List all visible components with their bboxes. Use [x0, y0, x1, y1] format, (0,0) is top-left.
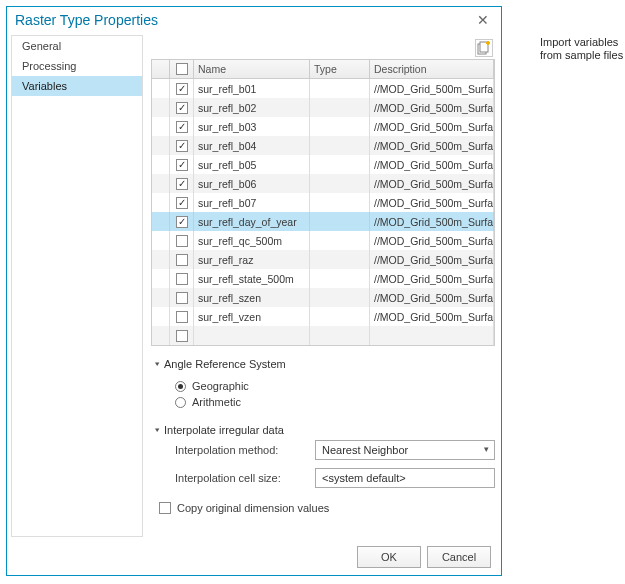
radio-arithmetic[interactable]: Arithmetic	[175, 396, 495, 408]
section-interpolate[interactable]: Interpolate irregular data	[151, 424, 495, 436]
row-desc: //MOD_Grid_500m_Surface_Ref...	[370, 231, 494, 250]
row-checkbox[interactable]	[176, 159, 188, 171]
row-name: sur_refl_b06	[194, 174, 310, 193]
table-row[interactable]: sur_refl_qc_500m//MOD_Grid_500m_Surface_…	[152, 231, 494, 250]
row-desc: //MOD_Grid_500m_Surface_Ref...	[370, 117, 494, 136]
ok-button[interactable]: OK	[357, 546, 421, 568]
row-checkbox[interactable]	[176, 273, 188, 285]
row-checkbox[interactable]	[176, 102, 188, 114]
interp-method-label: Interpolation method:	[175, 444, 315, 456]
grid-header: Name Type Description	[152, 60, 494, 79]
table-row[interactable]: sur_refl_szen//MOD_Grid_500m_Surface_Ref…	[152, 288, 494, 307]
row-name: sur_refl_b04	[194, 136, 310, 155]
table-row[interactable]: sur_refl_state_500m//MOD_Grid_500m_Surfa…	[152, 269, 494, 288]
sidebar-item-general[interactable]: General	[12, 36, 142, 56]
cancel-button[interactable]: Cancel	[427, 546, 491, 568]
row-name: sur_refl_szen	[194, 288, 310, 307]
row-name: sur_refl_b07	[194, 193, 310, 212]
table-row[interactable]: sur_refl_b06//MOD_Grid_500m_Surface_Ref.…	[152, 174, 494, 193]
header-type[interactable]: Type	[310, 60, 370, 78]
row-type	[310, 307, 370, 326]
row-checkbox[interactable]	[176, 83, 188, 95]
table-row[interactable]: sur_refl_b01//MOD_Grid_500m_Surface_Ref.…	[152, 79, 494, 98]
row-name: sur_refl_b02	[194, 98, 310, 117]
row-checkbox[interactable]	[176, 216, 188, 228]
category-sidebar: GeneralProcessingVariables	[11, 35, 143, 537]
row-desc: //MOD_Grid_500m_Surface_Ref...	[370, 288, 494, 307]
interp-method-combo[interactable]: Nearest Neighbor	[315, 440, 495, 460]
radio-geographic[interactable]: Geographic	[175, 380, 495, 392]
row-name: sur_refl_raz	[194, 250, 310, 269]
row-checkbox[interactable]	[176, 197, 188, 209]
row-checkbox[interactable]	[176, 292, 188, 304]
table-row[interactable]: sur_refl_b03//MOD_Grid_500m_Surface_Ref.…	[152, 117, 494, 136]
dialog-footer: OK Cancel	[7, 539, 501, 575]
row-checkbox[interactable]	[176, 121, 188, 133]
sidebar-item-variables[interactable]: Variables	[12, 76, 142, 96]
row-desc: //MOD_Grid_500m_Surface_Ref...	[370, 136, 494, 155]
row-checkbox[interactable]	[176, 254, 188, 266]
table-row[interactable]: sur_refl_b04//MOD_Grid_500m_Surface_Ref.…	[152, 136, 494, 155]
row-checkbox[interactable]	[176, 311, 188, 323]
titlebar: Raster Type Properties ✕	[7, 7, 501, 33]
row-type	[310, 212, 370, 231]
row-desc: //MOD_Grid_500m_Surface_Ref...	[370, 79, 494, 98]
row-type	[310, 174, 370, 193]
row-type	[310, 79, 370, 98]
section-angle-reference[interactable]: Angle Reference System	[151, 358, 495, 370]
header-desc[interactable]: Description	[370, 60, 494, 78]
variables-grid: Name Type Description sur_refl_b01//MOD_…	[151, 59, 495, 346]
row-desc: //MOD_Grid_500m_Surface_Ref...	[370, 155, 494, 174]
row-type	[310, 250, 370, 269]
row-name: sur_refl_b01	[194, 79, 310, 98]
row-desc: //MOD_Grid_500m_Surface_Ref...	[370, 269, 494, 288]
row-checkbox[interactable]	[176, 330, 188, 342]
row-desc	[370, 326, 494, 345]
row-type	[310, 326, 370, 345]
row-type	[310, 231, 370, 250]
table-row[interactable]	[152, 326, 494, 345]
table-row[interactable]: sur_refl_day_of_year//MOD_Grid_500m_Surf…	[152, 212, 494, 231]
sidebar-item-processing[interactable]: Processing	[12, 56, 142, 76]
header-name[interactable]: Name	[194, 60, 310, 78]
row-desc: //MOD_Grid_500m_Surface_Ref...	[370, 193, 494, 212]
row-type	[310, 155, 370, 174]
copy-dimension-label: Copy original dimension values	[177, 502, 329, 514]
header-checkbox-cell[interactable]	[170, 60, 194, 78]
row-desc: //MOD_Grid_500m_Surface_Ref...	[370, 174, 494, 193]
row-desc: //MOD_Grid_500m_Surface_Ref...	[370, 307, 494, 326]
row-type	[310, 98, 370, 117]
row-name: sur_refl_qc_500m	[194, 231, 310, 250]
copy-dimension-checkbox[interactable]	[159, 502, 171, 514]
row-name	[194, 326, 310, 345]
close-icon[interactable]: ✕	[473, 12, 493, 28]
row-desc: //MOD_Grid_500m_Surface_Ref...	[370, 250, 494, 269]
import-variables-button[interactable]	[475, 39, 493, 57]
row-checkbox[interactable]	[176, 140, 188, 152]
row-type	[310, 288, 370, 307]
table-row[interactable]: sur_refl_b05//MOD_Grid_500m_Surface_Ref.…	[152, 155, 494, 174]
row-checkbox[interactable]	[176, 178, 188, 190]
row-name: sur_refl_day_of_year	[194, 212, 310, 231]
table-row[interactable]: sur_refl_b02//MOD_Grid_500m_Surface_Ref.…	[152, 98, 494, 117]
row-type	[310, 193, 370, 212]
row-checkbox[interactable]	[176, 235, 188, 247]
raster-type-properties-dialog: Raster Type Properties ✕ GeneralProcessi…	[6, 6, 502, 576]
row-type	[310, 136, 370, 155]
row-name: sur_refl_state_500m	[194, 269, 310, 288]
dialog-title: Raster Type Properties	[15, 12, 158, 28]
row-name: sur_refl_vzen	[194, 307, 310, 326]
interp-cell-label: Interpolation cell size:	[175, 472, 315, 484]
table-row[interactable]: sur_refl_b07//MOD_Grid_500m_Surface_Ref.…	[152, 193, 494, 212]
callout-annotation: Import variables from sample files	[540, 36, 625, 62]
row-name: sur_refl_b05	[194, 155, 310, 174]
row-desc: //MOD_Grid_500m_Surface_Ref...	[370, 212, 494, 231]
row-type	[310, 117, 370, 136]
row-type	[310, 269, 370, 288]
table-row[interactable]: sur_refl_vzen//MOD_Grid_500m_Surface_Ref…	[152, 307, 494, 326]
interp-cell-input[interactable]: <system default>	[315, 468, 495, 488]
row-name: sur_refl_b03	[194, 117, 310, 136]
row-desc: //MOD_Grid_500m_Surface_Ref...	[370, 98, 494, 117]
table-row[interactable]: sur_refl_raz//MOD_Grid_500m_Surface_Ref.…	[152, 250, 494, 269]
